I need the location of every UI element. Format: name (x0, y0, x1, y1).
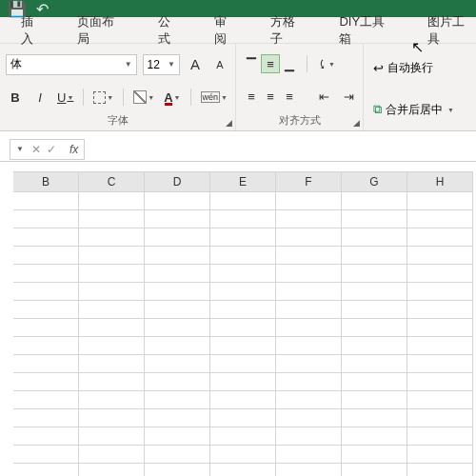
cell[interactable] (13, 446, 79, 464)
cell[interactable] (145, 283, 210, 301)
font-size-select[interactable]: 12 ▼ (143, 54, 180, 75)
fx-label[interactable]: fx (69, 143, 78, 156)
cell[interactable] (342, 319, 407, 337)
cell[interactable] (276, 355, 342, 373)
cell[interactable] (342, 337, 407, 355)
font-dialog-launcher[interactable]: ◢ (226, 118, 232, 128)
cancel-icon[interactable]: ✕ (31, 143, 41, 156)
cell[interactable] (145, 427, 210, 446)
cell[interactable] (79, 319, 145, 337)
cell[interactable] (276, 228, 342, 247)
cell[interactable] (407, 283, 473, 301)
tab-formula[interactable]: 公式 (158, 13, 182, 48)
cell[interactable] (407, 355, 473, 373)
phonetic-button[interactable]: wén▼ (199, 88, 229, 107)
increase-indent-button[interactable]: ⇥ (339, 88, 358, 107)
cell[interactable] (276, 446, 342, 464)
cell[interactable] (407, 464, 473, 476)
cell[interactable] (210, 319, 276, 337)
cell[interactable] (145, 319, 210, 337)
cell[interactable] (13, 391, 79, 409)
cell[interactable] (79, 427, 145, 446)
cell[interactable] (145, 337, 210, 355)
increase-font-button[interactable]: A (186, 55, 205, 74)
cell[interactable] (210, 373, 276, 391)
cell[interactable] (210, 446, 276, 464)
cell[interactable] (79, 391, 145, 409)
cell[interactable] (210, 391, 276, 409)
font-family-select[interactable]: 体 ▼ (6, 54, 137, 75)
tab-insert[interactable]: 插入 (21, 13, 45, 48)
border-button[interactable]: ▼ (91, 88, 115, 107)
cell[interactable] (13, 228, 79, 247)
cell[interactable] (407, 373, 473, 391)
cell[interactable] (145, 228, 210, 247)
cell[interactable] (13, 301, 79, 319)
cell[interactable] (145, 409, 210, 427)
cell[interactable] (79, 210, 145, 228)
cell[interactable] (210, 355, 276, 373)
cell[interactable] (407, 247, 473, 265)
cell[interactable] (13, 409, 79, 427)
cell[interactable] (210, 210, 276, 228)
cell[interactable] (79, 446, 145, 464)
italic-button[interactable]: I (30, 88, 50, 107)
cell[interactable] (342, 283, 407, 301)
cell[interactable] (210, 247, 276, 265)
cell[interactable] (79, 373, 145, 391)
cell[interactable] (407, 192, 473, 210)
cell[interactable] (145, 464, 210, 476)
cell[interactable] (407, 228, 473, 247)
cell[interactable] (13, 464, 79, 476)
tab-page-layout[interactable]: 页面布局 (77, 13, 126, 48)
cell[interactable] (79, 301, 145, 319)
cell[interactable] (145, 210, 210, 228)
align-dialog-launcher[interactable]: ◢ (353, 118, 360, 128)
align-right-button[interactable]: ≡ (280, 88, 299, 107)
align-left-button[interactable]: ≡ (242, 88, 261, 107)
cell[interactable] (342, 265, 407, 283)
cell[interactable] (210, 301, 276, 319)
font-color-button[interactable]: A▼ (162, 88, 182, 107)
cell[interactable] (210, 337, 276, 355)
decrease-indent-button[interactable]: ⇤ (314, 88, 333, 107)
cell[interactable] (342, 373, 407, 391)
cell[interactable] (210, 464, 276, 476)
cell[interactable] (276, 427, 342, 446)
cell[interactable] (342, 301, 407, 319)
orientation-button[interactable]: ⤹▼ (315, 54, 337, 73)
cell[interactable] (145, 192, 210, 210)
cell[interactable] (13, 283, 79, 301)
cell[interactable] (13, 192, 79, 210)
tab-fanggezi[interactable]: 方格子 (270, 13, 307, 48)
wrap-text-button[interactable]: ↩ 自动换行 (369, 58, 470, 79)
chevron-down-icon[interactable]: ▼ (16, 145, 24, 153)
cell[interactable] (145, 446, 210, 464)
cell[interactable] (13, 247, 79, 265)
cell[interactable] (407, 446, 473, 464)
cell[interactable] (407, 301, 473, 319)
cell[interactable] (145, 247, 210, 265)
cell[interactable] (276, 391, 342, 409)
cell[interactable] (79, 228, 145, 247)
merge-center-button[interactable]: ⧉ 合并后居中 ▼ (369, 99, 470, 120)
cell[interactable] (276, 192, 342, 210)
column-header-C[interactable]: C (79, 171, 145, 192)
cell[interactable] (407, 265, 473, 283)
align-center-button[interactable]: ≡ (261, 88, 280, 107)
cell[interactable] (342, 247, 407, 265)
undo-icon[interactable]: ↶ (36, 0, 49, 18)
tab-review[interactable]: 审阅 (214, 13, 238, 48)
save-icon[interactable]: 💾 (8, 0, 27, 18)
cell[interactable] (145, 391, 210, 409)
cell[interactable] (342, 427, 407, 446)
cell[interactable] (342, 464, 407, 476)
column-header-D[interactable]: D (145, 171, 210, 192)
cell[interactable] (407, 409, 473, 427)
cell[interactable] (13, 210, 79, 228)
column-header-G[interactable]: G (342, 171, 407, 192)
cell[interactable] (79, 283, 145, 301)
cell[interactable] (407, 391, 473, 409)
cell[interactable] (79, 265, 145, 283)
formula-input[interactable] (85, 139, 476, 160)
